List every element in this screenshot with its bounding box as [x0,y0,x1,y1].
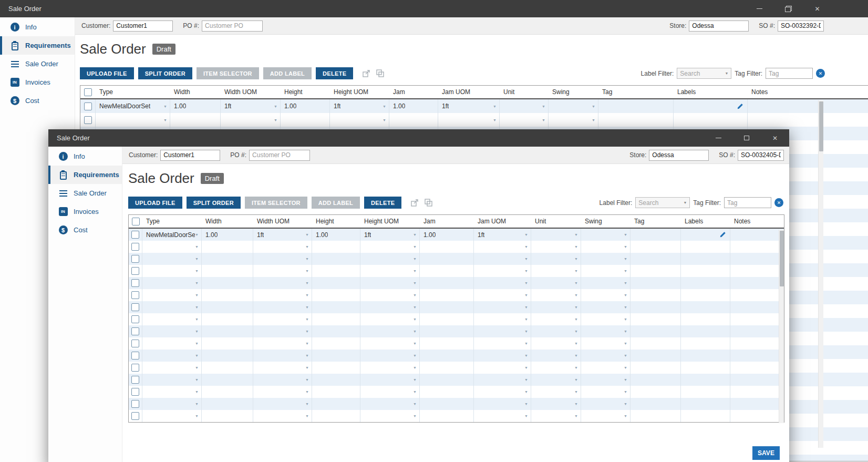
dropdown-arrow-icon[interactable]: ▼ [413,402,419,406]
row-checkbox[interactable] [131,352,139,360]
dropdown-arrow-icon[interactable]: ▼ [413,269,419,273]
dropdown-arrow-icon[interactable]: ▼ [524,390,531,394]
dropdown-arrow-icon[interactable]: ▼ [305,257,312,261]
dropdown-arrow-icon[interactable]: ▼ [274,118,280,122]
row-checkbox[interactable] [131,364,139,372]
dropdown-arrow-icon[interactable]: ▼ [624,402,630,406]
scrollbar-thumb[interactable] [780,231,784,286]
dropdown-arrow-icon[interactable]: ▼ [305,402,312,406]
dropdown-arrow-icon[interactable]: ▼ [574,414,581,418]
dropdown-arrow-icon[interactable]: ▼ [574,233,581,237]
dropdown-arrow-icon[interactable]: ▼ [305,305,312,309]
dropdown-arrow-icon[interactable]: ▼ [624,342,630,345]
dropdown-arrow-icon[interactable]: ▼ [305,245,312,249]
dropdown-arrow-icon[interactable]: ▼ [542,105,548,108]
sidebar-item-sale-order[interactable]: Sale Order [0,55,75,73]
dropdown-arrow-icon[interactable]: ▼ [413,281,419,285]
dropdown-arrow-icon[interactable]: ▼ [574,281,581,285]
dropdown-arrow-icon[interactable]: ▼ [163,118,170,122]
dropdown-arrow-icon[interactable]: ▼ [305,342,312,345]
row-checkbox[interactable] [131,376,139,384]
edit-labels-icon[interactable] [719,231,726,238]
so-number-input[interactable] [738,150,784,161]
dropdown-arrow-icon[interactable]: ▼ [195,402,201,406]
maximize-button[interactable] [732,129,761,147]
item-selector-button[interactable]: ITEM SELECTOR [197,67,259,79]
dropdown-arrow-icon[interactable]: ▼ [413,366,419,369]
dropdown-arrow-icon[interactable]: ▼ [574,330,581,333]
dropdown-arrow-icon[interactable]: ▼ [624,269,630,273]
upload-file-button[interactable]: UPLOAD FILE [80,67,134,79]
minimize-button[interactable] [745,0,774,17]
row-checkbox[interactable] [131,243,139,251]
dropdown-arrow-icon[interactable]: ▼ [524,354,531,357]
select-all-checkbox[interactable] [84,88,92,96]
add-label-button[interactable]: ADD LABEL [263,67,312,79]
dropdown-arrow-icon[interactable]: ▼ [305,317,312,321]
delete-button[interactable]: DELETE [364,197,401,209]
dropdown-arrow-icon[interactable]: ▼ [413,342,419,345]
dropdown-arrow-icon[interactable]: ▼ [624,378,630,382]
dropdown-arrow-icon[interactable]: ▼ [574,342,581,345]
dropdown-arrow-icon[interactable]: ▼ [574,269,581,273]
store-input[interactable] [649,150,709,161]
row-checkbox[interactable] [131,327,139,335]
dropdown-arrow-icon[interactable]: ▼ [413,317,419,321]
row-checkbox[interactable] [131,267,139,275]
sidebar-item-info[interactable]: i Info [0,18,75,36]
dropdown-arrow-icon[interactable]: ▼ [413,305,419,309]
row-checkbox[interactable] [131,279,139,287]
dropdown-arrow-icon[interactable]: ▼ [274,105,280,108]
dropdown-arrow-icon[interactable]: ▼ [413,390,419,394]
row-checkbox[interactable] [131,400,139,408]
dropdown-arrow-icon[interactable]: ▼ [413,354,419,357]
dropdown-arrow-icon[interactable]: ▼ [413,330,419,333]
row-checkbox[interactable] [131,315,139,323]
dropdown-arrow-icon[interactable]: ▼ [493,118,499,122]
dropdown-arrow-icon[interactable]: ▼ [305,354,312,357]
dropdown-arrow-icon[interactable]: ▼ [305,233,312,237]
save-button[interactable]: SAVE [752,446,780,460]
copy-to-new-window-icon[interactable] [376,69,385,78]
minimize-button[interactable] [704,129,732,147]
dropdown-arrow-icon[interactable]: ▼ [195,317,201,321]
dropdown-arrow-icon[interactable]: ▼ [574,305,581,309]
clear-tag-filter-button[interactable]: ✕ [774,198,783,207]
dropdown-arrow-icon[interactable]: ▼ [195,378,201,382]
dropdown-arrow-icon[interactable]: ▼ [574,378,581,382]
dropdown-arrow-icon[interactable]: ▼ [413,293,419,297]
tag-filter-input[interactable] [724,197,771,208]
dropdown-arrow-icon[interactable]: ▼ [305,330,312,333]
dropdown-arrow-icon[interactable]: ▼ [574,390,581,394]
dropdown-arrow-icon[interactable]: ▼ [624,390,630,394]
dropdown-arrow-icon[interactable]: ▼ [383,105,389,108]
restore-button[interactable] [774,0,803,17]
sidebar-item-info[interactable]: i Info [48,147,122,166]
dropdown-arrow-icon[interactable]: ▼ [195,293,201,297]
sidebar-item-invoices[interactable]: IN Invoices [48,202,122,221]
dropdown-arrow-icon[interactable]: ▼ [413,414,419,418]
dropdown-arrow-icon[interactable]: ▼ [195,390,201,394]
dropdown-arrow-icon[interactable]: ▼ [163,105,170,108]
dropdown-arrow-icon[interactable]: ▼ [524,233,531,237]
open-in-new-window-icon[interactable] [362,69,371,78]
dropdown-arrow-icon[interactable]: ▼ [624,245,630,249]
upload-file-button[interactable]: UPLOAD FILE [128,197,182,209]
dropdown-arrow-icon[interactable]: ▼ [592,118,598,122]
customer-input[interactable] [113,20,173,32]
dropdown-arrow-icon[interactable]: ▼ [624,293,630,297]
dropdown-arrow-icon[interactable]: ▼ [574,293,581,297]
edit-labels-icon[interactable] [737,103,743,110]
row-checkbox[interactable] [131,291,139,299]
clear-tag-filter-button[interactable]: ✕ [816,69,825,78]
dropdown-arrow-icon[interactable]: ▼ [592,105,598,108]
row-checkbox[interactable] [131,303,139,311]
dropdown-arrow-icon[interactable]: ▼ [574,354,581,357]
dropdown-arrow-icon[interactable]: ▼ [305,390,312,394]
store-input[interactable] [689,20,749,32]
row-checkbox[interactable] [131,340,139,347]
split-order-button[interactable]: SPLIT ORDER [138,67,192,79]
dropdown-arrow-icon[interactable]: ▼ [413,378,419,382]
titlebar[interactable]: Sale Order ✕ [0,0,868,17]
dropdown-arrow-icon[interactable]: ▼ [624,257,630,261]
